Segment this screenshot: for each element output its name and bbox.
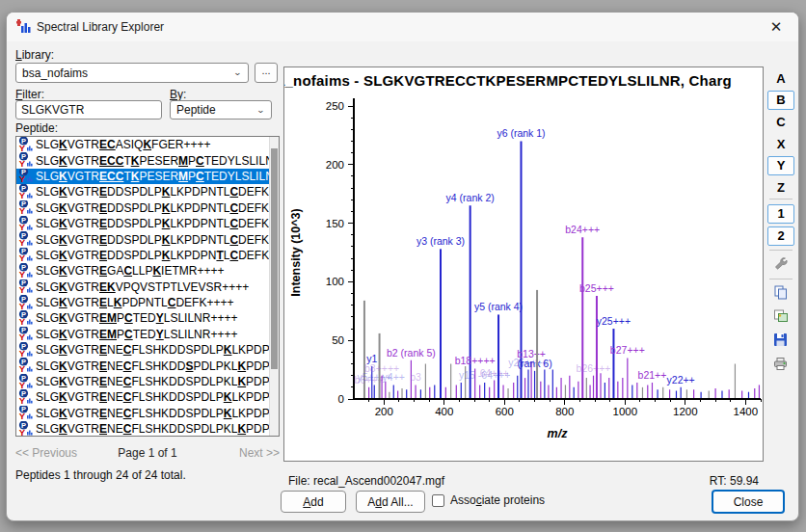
svg-text:Y: Y [19, 347, 26, 357]
peptide-list-item[interactable]: PYSLGKVGTRENECFLSHKDDSPDLPKLKPDPNT [16, 406, 279, 421]
peptide-list-item[interactable]: PYSLGKVGTRENECFLSHKDDSPDLPKLKPDPNT [16, 358, 279, 373]
svg-text:400: 400 [435, 406, 453, 417]
wrench-icon[interactable] [772, 255, 790, 273]
peptide-sequence: SLGKVGTREGACLLPKIETMR++++ [36, 264, 224, 278]
svg-text:Y: Y [19, 237, 26, 247]
svg-text:Y: Y [19, 189, 26, 199]
peptide-spectrum-icon: PY [18, 295, 36, 310]
ion-type-button-a[interactable]: A [767, 69, 794, 89]
peptide-list-item[interactable]: PYSLGKVGTRENECFLSHKDDSPDLPKLKPDPNT [16, 342, 279, 358]
svg-text:Y: Y [19, 394, 26, 404]
peptide-spectrum-icon: PY [18, 310, 36, 326]
peptide-count-status: Peptides 1 through 24 of 24 total. [15, 468, 186, 482]
peptide-sequence: SLGKVGTREDDSPDLPKLKPDPNTLCDEFKAD [36, 233, 279, 247]
svg-text:0: 0 [338, 393, 344, 405]
peptide-list-item[interactable]: PYSLGKVGTREMPCTEDYLSLILNR++++ [16, 310, 279, 326]
svg-text:Y: Y [19, 363, 26, 373]
svg-text:Y: Y [19, 268, 26, 278]
svg-text:b2 (rank 5): b2 (rank 5) [387, 347, 436, 359]
toolbar-separator [769, 199, 793, 200]
svg-text:Y: Y [19, 316, 26, 326]
peptide-spectrum-icon: PY [18, 374, 36, 389]
peptide-list-item[interactable]: PYSLGKVGTREDDSPDLPKLKPDPNTLCDEFK, + [16, 200, 279, 216]
svg-text:1400: 1400 [734, 406, 759, 417]
ion-type-button-z[interactable]: Z [767, 178, 794, 198]
svg-text:Y: Y [19, 332, 26, 341]
peptide-spectrum-icon: PY [18, 184, 36, 200]
svg-text:250: 250 [326, 100, 344, 112]
svg-text:y6 (rank 1): y6 (rank 1) [497, 127, 545, 139]
close-button[interactable]: Close [712, 490, 785, 514]
peptide-list-item[interactable]: PYSLGKVGTREKVPQVSTPTLVEVSR++++ [16, 279, 279, 295]
peptide-list-item[interactable]: PYSLGKVGTREDDSPDLPKLKPDPNTLCDEFKAD [16, 248, 279, 263]
svg-text:200: 200 [375, 406, 393, 417]
peptide-sequence: SLGKVGTREDDSPDLPKLKPDPNTLCDEFKAD [36, 217, 279, 230]
svg-text:Y: Y [19, 284, 26, 294]
svg-text:y25+++: y25+++ [597, 315, 631, 327]
peptide-list-item[interactable]: PYSLGKVGTRENECFLSHKDDSPDLPKLKPDPNT [16, 374, 279, 389]
svg-text:800: 800 [555, 406, 574, 417]
add-all-button[interactable]: Add All... [356, 491, 425, 513]
add-button[interactable]: Add [281, 491, 346, 513]
peptide-list-item[interactable]: PYSLGKVGTRENECFLSHKDDSPDLPKLKPDPNT [16, 421, 279, 437]
spectrum-rt-label: RT: 59.94 [682, 474, 759, 488]
filter-by-combobox[interactable]: Peptide ⌄ [170, 100, 272, 120]
peptide-listbox[interactable]: PYSLGKVGTRECASIQKFGER++++PYSLGKVGTRECCTK… [15, 136, 280, 437]
previous-page-button[interactable]: << Previous [15, 446, 77, 460]
peptide-spectrum-icon: PY [18, 327, 36, 342]
peptide-spectrum-icon: PY [18, 263, 36, 279]
scrollbar-thumb[interactable] [271, 148, 278, 369]
svg-text:b24+++: b24+++ [565, 224, 600, 235]
svg-text:200: 200 [326, 159, 344, 171]
peptide-list-item[interactable]: PYSLGKVGTRENECFLSHKDDSPDLPKLKPDPNT [16, 389, 279, 405]
next-page-button[interactable]: Next >> [227, 446, 280, 460]
peptide-list-rows: PYSLGKVGTRECASIQKFGER++++PYSLGKVGTRECCTK… [16, 137, 279, 437]
peptide-sequence: SLGKVGTREDDSPDLPKLKPDPNTLCDEFK++ [36, 185, 279, 199]
peptide-spectrum-icon: PY [18, 216, 36, 231]
svg-text:150: 150 [326, 218, 344, 229]
svg-text:Y: Y [19, 300, 26, 309]
library-combobox-value: bsa_nofaims [22, 66, 229, 80]
peptide-list-item[interactable]: PYSLGKVGTREMPCTEDYLSLILNR++++ [16, 327, 279, 342]
ion-type-button-c[interactable]: C [767, 113, 794, 132]
peptide-list-scrollbar[interactable] [269, 137, 279, 436]
peptide-list-item[interactable]: PYSLGKVGTRECCTKPESERMPCTEDYLSLILNR [16, 169, 279, 184]
peptide-sequence: SLGKVGTREKVPQVSTPTLVEVSR++++ [36, 280, 249, 294]
copy-icon[interactable] [772, 284, 790, 302]
peptide-sequence: SLGKVGTREDDSPDLPKLKPDPNTLCDEFK, + [36, 201, 279, 215]
associate-proteins-checkbox[interactable] [432, 494, 444, 507]
save-icon[interactable] [772, 332, 790, 349]
app-icon [15, 18, 31, 34]
peptide-list-item[interactable]: PYSLGKVGTRELKPDPNTLCDEFK++++ [16, 295, 279, 310]
filter-input[interactable] [15, 100, 162, 120]
peptide-sequence: SLGKVGTRELKPDPNTLCDEFK++++ [36, 296, 233, 309]
peptide-list-item[interactable]: PYSLGKVGTRECCTKPESERMPCTEDYLSLILNR [16, 152, 279, 168]
ion-type-button-x[interactable]: X [767, 135, 794, 154]
peptide-spectrum-icon: PY [18, 342, 36, 358]
toolbar-separator [769, 250, 793, 251]
peptide-sequence: SLGKVGTREMPCTEDYLSLILNR++++ [36, 311, 237, 325]
peptide-list-item[interactable]: PYSLGKVGTREDDSPDLPKLKPDPNTLCDEFK++ [16, 184, 279, 200]
library-browse-button[interactable]: ... [255, 63, 278, 83]
peptide-list-item[interactable]: PYSLGKVGTREDDSPDLPKLKPDPNTLCDEFKAD [16, 216, 279, 231]
svg-text:y22++: y22++ [667, 374, 695, 386]
charge-button-1[interactable]: 1 [767, 204, 794, 224]
peptide-list-item[interactable]: PYSLGKVGTRECASIQKFGER++++ [16, 137, 279, 152]
peptide-list-item[interactable]: PYSLGKVGTREDDSPDLPKLKPDPNTLCDEFKAD [16, 231, 279, 247]
ion-type-button-b[interactable]: B [767, 91, 794, 110]
svg-text:b26+++: b26+++ [577, 362, 611, 374]
library-combobox[interactable]: bsa_nofaims ⌄ [15, 63, 249, 83]
copy-image-icon[interactable] [772, 307, 790, 325]
svg-text:Intensity (10^3): Intensity (10^3) [289, 208, 303, 296]
spectrum-title: a_nofaims - SLGKVGTRECCTKPESERMPCTEDYLSL… [283, 72, 732, 89]
spectral-library-explorer-dialog: Spectral Library Explorer ✕ Library: bsa… [6, 12, 799, 521]
peptide-list-label: Peptide: [15, 121, 58, 135]
title-bar[interactable]: Spectral Library Explorer ✕ [7, 13, 798, 41]
associate-proteins-label: Associate proteins [450, 493, 545, 507]
charge-button-2[interactable]: 2 [767, 226, 794, 246]
peptide-list-item[interactable]: PYSLGKVGTREGACLLPKIETMR++++ [16, 263, 279, 279]
ion-type-button-y[interactable]: Y [767, 156, 794, 175]
ion-type-toolbar: ABCXYZ12 [767, 13, 796, 521]
print-icon[interactable] [772, 356, 790, 373]
spectrum-graph-panel[interactable]: a_nofaims - SLGKVGTRECCTKPESERMPCTEDYLSL… [283, 66, 764, 462]
